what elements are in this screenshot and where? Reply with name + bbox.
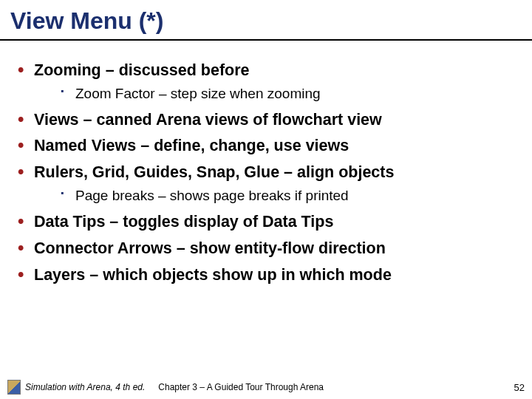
book-icon xyxy=(7,380,21,395)
bullet-rulers: Rulers, Grid, Guides, Snap, Glue – align… xyxy=(16,163,516,205)
sub-list: Page breaks – shows page breaks if print… xyxy=(61,187,516,205)
footer-chapter: Chapter 3 – A Guided Tour Through Arena xyxy=(158,382,324,392)
bullet-zooming: Zooming – discussed before Zoom Factor –… xyxy=(16,61,516,103)
bullet-list: Zooming – discussed before Zoom Factor –… xyxy=(16,61,516,285)
footer-page-number: 52 xyxy=(514,382,525,393)
slide: View Menu (*) Zooming – discussed before… xyxy=(0,0,532,399)
footer-credit: Simulation with Arena, 4 th ed. xyxy=(25,382,145,392)
bullet-connector-arrows: Connector Arrows – show entity-flow dire… xyxy=(16,239,516,259)
page-title: View Menu (*) xyxy=(0,0,532,39)
bullet-layers: Layers – which objects show up in which … xyxy=(16,265,516,285)
sub-bullet-page-breaks: Page breaks – shows page breaks if print… xyxy=(61,187,516,205)
content-area: Zooming – discussed before Zoom Factor –… xyxy=(0,47,532,285)
title-rule xyxy=(0,39,532,41)
sub-bullet-zoom-factor: Zoom Factor – step size when zooming xyxy=(61,85,516,103)
footer: Simulation with Arena, 4 th ed. Chapter … xyxy=(0,380,532,395)
bullet-text: Zooming – discussed before xyxy=(34,61,250,79)
bullet-views: Views – canned Arena views of flowchart … xyxy=(16,110,516,130)
bullet-data-tips: Data Tips – toggles display of Data Tips xyxy=(16,212,516,232)
sub-list: Zoom Factor – step size when zooming xyxy=(61,85,516,103)
bullet-text: Rulers, Grid, Guides, Snap, Glue – align… xyxy=(34,163,394,181)
bullet-named-views: Named Views – define, change, use views xyxy=(16,136,516,156)
